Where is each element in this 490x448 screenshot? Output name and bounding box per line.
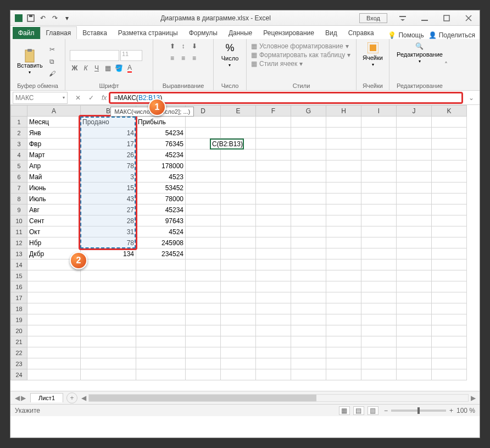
cell-B9[interactable]: 27 — [81, 204, 136, 215]
cell-J7[interactable] — [397, 182, 432, 193]
cell-E12[interactable] — [221, 237, 256, 248]
cell-I16[interactable] — [361, 281, 397, 292]
row-header-12[interactable]: 12 — [11, 237, 27, 248]
cell-B17[interactable] — [81, 292, 136, 303]
cell-A9[interactable]: Авг — [27, 204, 81, 215]
cell-D15[interactable] — [186, 270, 221, 281]
cell-I10[interactable] — [361, 215, 397, 226]
cell-C3[interactable]: 76345 — [136, 139, 186, 150]
cell-G8[interactable] — [291, 193, 326, 204]
cell-A4[interactable]: Март — [27, 150, 81, 161]
cell-C9[interactable]: 45234 — [136, 204, 186, 215]
cell-K20[interactable] — [432, 325, 467, 336]
cell-H7[interactable] — [326, 182, 361, 193]
cell-B10[interactable]: 28 — [81, 215, 136, 226]
cell-F19[interactable] — [256, 314, 291, 325]
fill-color-icon[interactable]: 🪣 — [114, 63, 124, 73]
cell-E19[interactable] — [221, 314, 256, 325]
cell-B13[interactable]: 134 — [81, 248, 136, 259]
cell-I9[interactable] — [361, 204, 397, 215]
cell-I8[interactable] — [361, 193, 397, 204]
cell-E13[interactable] — [221, 248, 256, 259]
sheet-tab-active[interactable]: Лист1 — [30, 393, 63, 402]
cell-J24[interactable] — [397, 369, 432, 380]
cell-G24[interactable] — [291, 369, 326, 380]
cell-A20[interactable] — [27, 325, 81, 336]
horizontal-scrollbar[interactable]: ◀ ▶ — [88, 394, 469, 402]
cell-I20[interactable] — [361, 325, 397, 336]
ribbon-options-icon[interactable] — [392, 10, 414, 26]
cell-J10[interactable] — [397, 215, 432, 226]
cell-I2[interactable] — [361, 128, 397, 139]
cell-B16[interactable] — [81, 281, 136, 292]
cell-A1[interactable]: Месяц — [27, 117, 81, 128]
conditional-format-button[interactable]: ▦ Условное форматирование ▾ — [251, 42, 352, 50]
cell-J1[interactable] — [397, 117, 432, 128]
sheet-prev-icon[interactable]: ◀ — [15, 394, 20, 402]
cell-K11[interactable] — [432, 226, 467, 237]
cell-I13[interactable] — [361, 248, 397, 259]
cell-A5[interactable]: Апр — [27, 161, 81, 172]
cell-G2[interactable] — [291, 128, 326, 139]
cell-C15[interactable] — [136, 270, 186, 281]
cell-I6[interactable] — [361, 172, 397, 182]
cell-C6[interactable]: 4523 — [136, 172, 186, 182]
cell-B18[interactable] — [81, 303, 136, 314]
col-header-E[interactable]: E — [221, 106, 256, 117]
row-header-11[interactable]: 11 — [11, 226, 27, 237]
cell-D9[interactable] — [186, 204, 221, 215]
cell-I23[interactable] — [361, 358, 397, 369]
cell-H22[interactable] — [326, 347, 361, 358]
cell-H16[interactable] — [326, 281, 361, 292]
cell-B21[interactable] — [81, 336, 136, 347]
col-header-J[interactable]: J — [397, 106, 432, 117]
cell-K18[interactable] — [432, 303, 467, 314]
cell-B20[interactable] — [81, 325, 136, 336]
cell-C20[interactable] — [136, 325, 186, 336]
cell-B3[interactable]: 17 — [81, 139, 136, 150]
cell-B22[interactable] — [81, 347, 136, 358]
align-middle-icon[interactable]: ↕ — [179, 41, 188, 51]
cell-K4[interactable] — [432, 150, 467, 161]
tab-insert[interactable]: Вставка — [77, 27, 113, 39]
cell-I7[interactable] — [361, 182, 397, 193]
row-header-22[interactable]: 22 — [11, 347, 27, 358]
row-header-10[interactable]: 10 — [11, 215, 27, 226]
cell-H17[interactable] — [326, 292, 361, 303]
cell-D4[interactable] — [186, 150, 221, 161]
cell-K17[interactable] — [432, 292, 467, 303]
close-button[interactable] — [458, 10, 480, 26]
cell-H1[interactable] — [326, 117, 361, 128]
align-bottom-icon[interactable]: ⬇ — [190, 41, 199, 51]
cell-C8[interactable]: 78000 — [136, 193, 186, 204]
row-header-16[interactable]: 16 — [11, 281, 27, 292]
undo-icon[interactable]: ↶ — [38, 13, 48, 23]
redo-icon[interactable]: ↷ — [50, 13, 60, 23]
cell-C19[interactable] — [136, 314, 186, 325]
tell-me-button[interactable]: 💡 Помощь — [388, 31, 424, 39]
cell-B12[interactable]: 78 — [81, 237, 136, 248]
cell-F10[interactable] — [256, 215, 291, 226]
cell-K16[interactable] — [432, 281, 467, 292]
collapse-ribbon-icon[interactable]: ˄ — [444, 61, 448, 69]
cell-D24[interactable] — [186, 369, 221, 380]
cell-H12[interactable] — [326, 237, 361, 248]
cell-G19[interactable] — [291, 314, 326, 325]
cell-K12[interactable] — [432, 237, 467, 248]
cell-C23[interactable] — [136, 358, 186, 369]
tab-review[interactable]: Рецензирование — [258, 27, 320, 39]
fx-icon[interactable]: fx — [99, 94, 109, 102]
cell-E20[interactable] — [221, 325, 256, 336]
cell-F8[interactable] — [256, 193, 291, 204]
cell-F11[interactable] — [256, 226, 291, 237]
cell-K21[interactable] — [432, 336, 467, 347]
cell-D7[interactable] — [186, 182, 221, 193]
cell-D19[interactable] — [186, 314, 221, 325]
cell-H2[interactable] — [326, 128, 361, 139]
cell-I11[interactable] — [361, 226, 397, 237]
cell-H6[interactable] — [326, 172, 361, 182]
row-header-20[interactable]: 20 — [11, 325, 27, 336]
login-button[interactable]: Вход — [359, 13, 387, 23]
cell-K6[interactable] — [432, 172, 467, 182]
cell-A6[interactable]: Май — [27, 172, 81, 182]
